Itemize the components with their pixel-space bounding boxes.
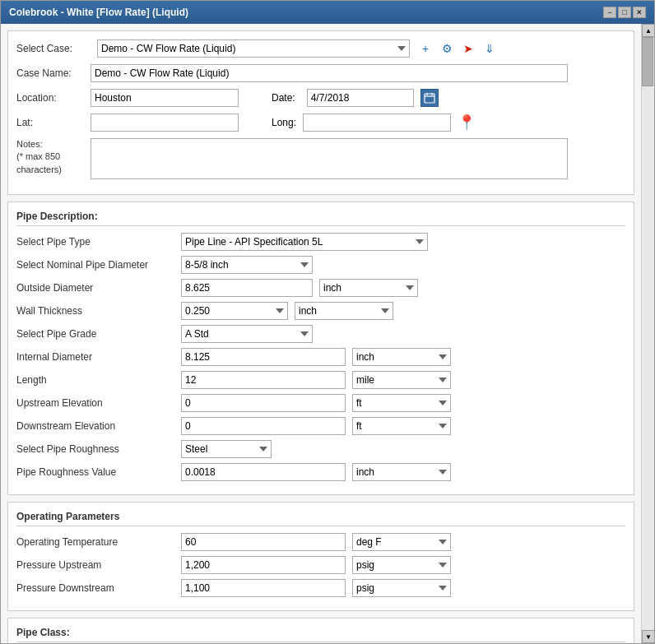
long-input[interactable] xyxy=(303,114,451,132)
wall-thickness-unit-select[interactable]: inch xyxy=(295,302,393,320)
pressure-upstream-input[interactable] xyxy=(181,556,346,574)
download-icon[interactable]: ⇓ xyxy=(481,39,499,58)
minimize-button[interactable]: − xyxy=(603,7,616,18)
pressure-upstream-unit-select[interactable]: psig xyxy=(352,556,451,574)
length-unit-select[interactable]: mile xyxy=(352,371,451,389)
outside-diameter-input[interactable] xyxy=(181,279,313,297)
case-name-label: Case Name: xyxy=(16,67,91,79)
operating-parameters-title: Operating Parameters xyxy=(16,511,625,526)
top-section: Select Case: Demo - CW Flow Rate (Liquid… xyxy=(7,30,634,195)
add-icon[interactable]: + xyxy=(416,39,434,58)
content-area: Select Case: Demo - CW Flow Rate (Liquid… xyxy=(1,24,654,643)
pipe-class-title: Pipe Class: xyxy=(16,627,625,642)
outside-diameter-row: Outside Diameter inch xyxy=(16,279,625,297)
calendar-icon[interactable] xyxy=(420,89,439,107)
notes-textarea[interactable] xyxy=(91,138,568,179)
location-date-row: Location: Date: xyxy=(16,89,625,107)
pressure-upstream-row: Pressure Upstream psig xyxy=(16,556,625,574)
pipe-description-title: Pipe Description: xyxy=(16,211,625,226)
select-case-label: Select Case: xyxy=(16,43,91,54)
wall-thickness-select[interactable]: 0.250 xyxy=(181,302,288,320)
main-panel: Select Case: Demo - CW Flow Rate (Liquid… xyxy=(1,24,641,643)
location-input[interactable] xyxy=(91,89,239,107)
gear-icon[interactable]: ⚙ xyxy=(438,39,456,58)
scroll-up-button[interactable]: ▲ xyxy=(642,24,654,37)
downstream-elevation-unit-select[interactable]: ft xyxy=(352,417,451,435)
pipe-class-section: Pipe Class: Youngs Modulus of Elasticity… xyxy=(7,618,634,643)
svg-rect-0 xyxy=(425,94,434,103)
notes-label: Notes: (* max 850 characters) xyxy=(16,138,91,176)
pipe-diameter-label: Select Nominal Pipe Diameter xyxy=(16,259,181,271)
select-case-dropdown[interactable]: Demo - CW Flow Rate (Liquid) xyxy=(97,39,410,58)
scroll-track[interactable] xyxy=(642,37,654,630)
lat-label: Lat: xyxy=(16,117,91,128)
wall-thickness-row: Wall Thickness 0.250 inch xyxy=(16,302,625,320)
internal-diameter-row: Internal Diameter inch xyxy=(16,348,625,366)
pipe-type-label: Select Pipe Type xyxy=(16,236,181,248)
pipe-roughness-label: Select Pipe Roughness xyxy=(16,443,181,455)
roughness-value-row: Pipe Roughness Value inch xyxy=(16,463,625,481)
date-label: Date: xyxy=(272,92,295,104)
op-temp-row: Operating Temperature deg F xyxy=(16,533,625,551)
op-temp-input[interactable] xyxy=(181,533,346,551)
pressure-downstream-unit-select[interactable]: psig xyxy=(352,579,451,597)
scroll-thumb[interactable] xyxy=(642,37,653,86)
upstream-elevation-row: Upstream Elevation ft xyxy=(16,394,625,412)
pipe-grade-label: Select Pipe Grade xyxy=(16,328,181,340)
date-input[interactable] xyxy=(307,89,414,107)
window-title: Colebrook - White [Flow Rate] (Liquid) xyxy=(9,7,188,18)
downstream-elevation-input[interactable] xyxy=(181,417,346,435)
internal-diameter-unit-select[interactable]: inch xyxy=(352,348,451,366)
pressure-downstream-input[interactable] xyxy=(181,579,346,597)
location-label: Location: xyxy=(16,92,91,104)
pressure-upstream-label: Pressure Upstream xyxy=(16,559,181,571)
pipe-type-row: Select Pipe Type Pipe Line - API Specifi… xyxy=(16,233,625,251)
roughness-unit-select[interactable]: inch xyxy=(352,463,451,481)
lat-long-row: Lat: Long: 📍 xyxy=(16,114,625,132)
upstream-elevation-unit-select[interactable]: ft xyxy=(352,394,451,412)
share-icon[interactable]: ➤ xyxy=(459,39,477,58)
downstream-elevation-row: Downstream Elevation ft xyxy=(16,417,625,435)
pressure-downstream-row: Pressure Downstream psig xyxy=(16,579,625,597)
op-temp-label: Operating Temperature xyxy=(16,536,181,548)
downstream-elevation-label: Downstream Elevation xyxy=(16,420,181,432)
pipe-grade-row: Select Pipe Grade A Std xyxy=(16,325,625,343)
notes-row: Notes: (* max 850 characters) xyxy=(16,138,625,179)
close-button[interactable]: ✕ xyxy=(633,7,646,18)
scrollbar: ▲ ▼ xyxy=(641,24,654,643)
internal-diameter-input[interactable] xyxy=(181,348,346,366)
pipe-grade-select[interactable]: A Std xyxy=(181,325,313,343)
main-window: Colebrook - White [Flow Rate] (Liquid) −… xyxy=(0,0,655,644)
pipe-roughness-select[interactable]: Steel xyxy=(181,440,272,458)
pipe-type-select[interactable]: Pipe Line - API Specification 5L xyxy=(181,233,428,251)
long-label: Long: xyxy=(272,117,296,128)
pipe-diameter-row: Select Nominal Pipe Diameter 8-5/8 inch xyxy=(16,256,625,274)
window-controls: − □ ✕ xyxy=(603,7,646,18)
op-temp-unit-select[interactable]: deg F xyxy=(352,533,451,551)
location-pin-icon[interactable]: 📍 xyxy=(458,114,476,132)
case-name-input[interactable] xyxy=(91,64,568,82)
outside-diameter-unit-select[interactable]: inch xyxy=(319,279,418,297)
roughness-value-input[interactable] xyxy=(181,463,346,481)
wall-thickness-label: Wall Thickness xyxy=(16,305,181,317)
internal-diameter-label: Internal Diameter xyxy=(16,351,181,363)
upstream-elevation-label: Upstream Elevation xyxy=(16,397,181,409)
toolbar-icons: + ⚙ ➤ ⇓ xyxy=(416,39,499,58)
length-label: Length xyxy=(16,374,181,386)
select-case-row: Select Case: Demo - CW Flow Rate (Liquid… xyxy=(16,39,625,58)
upstream-elevation-input[interactable] xyxy=(181,394,346,412)
lat-input[interactable] xyxy=(91,114,239,132)
pipe-roughness-row: Select Pipe Roughness Steel xyxy=(16,440,625,458)
pressure-downstream-label: Pressure Downstream xyxy=(16,582,181,594)
title-bar: Colebrook - White [Flow Rate] (Liquid) −… xyxy=(1,1,654,24)
operating-parameters-section: Operating Parameters Operating Temperatu… xyxy=(7,502,634,611)
scroll-down-button[interactable]: ▼ xyxy=(642,630,654,643)
roughness-value-label: Pipe Roughness Value xyxy=(16,466,181,478)
pipe-diameter-select[interactable]: 8-5/8 inch xyxy=(181,256,313,274)
date-row: Date: xyxy=(272,89,439,107)
length-input[interactable] xyxy=(181,371,346,389)
case-name-row: Case Name: xyxy=(16,64,625,82)
maximize-button[interactable]: □ xyxy=(618,7,631,18)
pipe-description-section: Pipe Description: Select Pipe Type Pipe … xyxy=(7,202,634,495)
outside-diameter-label: Outside Diameter xyxy=(16,282,181,294)
